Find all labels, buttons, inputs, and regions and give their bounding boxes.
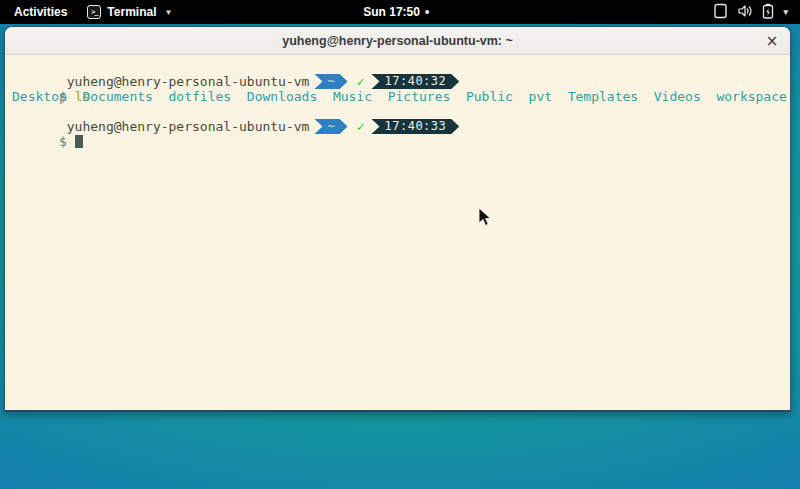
terminal-app-icon: >_ — [87, 5, 101, 19]
prompt-line-1: yuheng@henry-personal-ubuntu-vm~✓17:40:3… — [12, 59, 790, 74]
close-icon[interactable]: × — [762, 31, 782, 51]
powerline-time-segment: 17:40:33 — [371, 119, 459, 134]
check-icon: ✓ — [357, 74, 365, 89]
prompt-user-host: yuheng@henry-personal-ubuntu-vm — [59, 74, 309, 89]
app-menu-terminal[interactable]: >_ Terminal ▼ — [77, 0, 182, 24]
titlebar[interactable]: yuheng@henry-personal-ubuntu-vm: ~ × — [5, 27, 790, 55]
terminal-window: yuheng@henry-personal-ubuntu-vm: ~ × yuh… — [4, 26, 791, 412]
clock-label: Sun 17:50 — [363, 5, 420, 19]
desktop: { "topbar": { "activities_label": "Activ… — [0, 0, 800, 489]
prompt-path: ~ — [327, 74, 334, 89]
prompt-time: 17:40:33 — [384, 119, 446, 134]
prompt-time: 17:40:32 — [384, 74, 446, 89]
ls-output: Desktop Documents dotfiles Downloads Mus… — [12, 89, 790, 104]
battery-charging-icon — [762, 3, 774, 22]
prompt-symbol: $ — [59, 134, 67, 149]
top-bar: Activities >_ Terminal ▼ Sun 17:50 ▾ — [0, 0, 800, 24]
text-cursor — [75, 135, 83, 148]
clock-button[interactable]: Sun 17:50 — [363, 0, 429, 24]
powerline-path-segment: ~ — [314, 74, 347, 89]
activities-button[interactable]: Activities — [4, 0, 77, 24]
volume-icon — [737, 3, 753, 22]
terminal-screen[interactable]: yuheng@henry-personal-ubuntu-vm~✓17:40:3… — [5, 56, 790, 410]
notification-dot-icon — [425, 10, 429, 14]
chevron-down-icon: ▼ — [164, 8, 172, 17]
prompt-line-2: yuheng@henry-personal-ubuntu-vm~✓17:40:3… — [12, 104, 790, 119]
display-icon — [713, 3, 728, 22]
app-menu-label: Terminal — [107, 5, 156, 19]
prompt-user-host: yuheng@henry-personal-ubuntu-vm — [59, 119, 309, 134]
activities-label: Activities — [14, 5, 67, 19]
check-icon: ✓ — [357, 119, 365, 134]
prompt-path: ~ — [327, 119, 334, 134]
chevron-down-icon: ▾ — [783, 7, 788, 17]
window-title: yuheng@henry-personal-ubuntu-vm: ~ — [282, 34, 513, 48]
powerline-time-segment: 17:40:32 — [371, 74, 459, 89]
powerline-path-segment: ~ — [314, 119, 347, 134]
system-tray-button[interactable]: ▾ — [713, 0, 800, 24]
